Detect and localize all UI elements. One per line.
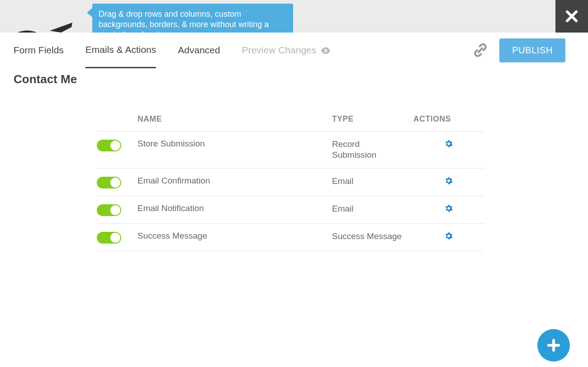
settings-button[interactable] (445, 204, 453, 214)
row-name: Success Message (138, 231, 332, 241)
tab-preview-changes-label: Preview Changes (242, 45, 317, 56)
ninja-logo (0, 0, 90, 33)
close-button[interactable] (555, 0, 588, 33)
table-row: Email Notification Email (97, 196, 484, 223)
tab-advanced[interactable]: Advanced (178, 33, 220, 67)
gear-icon (445, 204, 453, 212)
gear-icon (445, 140, 453, 148)
row-name: Store Submission (138, 139, 332, 149)
add-action-fab[interactable] (537, 329, 570, 362)
page-title: Contact Me (0, 68, 588, 86)
table-row: Success Message Success Message (97, 223, 484, 251)
link-icon (473, 42, 488, 58)
gear-icon (445, 232, 453, 240)
row-name: Email Notification (138, 203, 332, 213)
col-actions: ACTIONS (413, 114, 484, 124)
tab-emails-actions[interactable]: Emails & Actions (85, 33, 156, 68)
row-type: Email (332, 203, 404, 214)
toggle[interactable] (97, 140, 121, 151)
eye-icon (321, 47, 331, 54)
plus-icon (547, 339, 560, 352)
tab-form-fields[interactable]: Form Fields (14, 33, 64, 67)
table-row: Email Confirmation Email (97, 168, 484, 196)
link-button[interactable] (471, 41, 489, 59)
row-type: Record Submission (332, 139, 404, 161)
actions-table: NAME TYPE ACTIONS Store Submission Recor… (97, 114, 484, 251)
table-header: NAME TYPE ACTIONS (97, 114, 484, 131)
svg-point-7 (325, 50, 327, 52)
row-type: Success Message (332, 231, 404, 242)
settings-button[interactable] (445, 232, 453, 242)
tab-right-actions: PUBLISH (471, 33, 565, 68)
toggle[interactable] (97, 177, 121, 188)
table-row: Store Submission Record Submission (97, 131, 484, 168)
col-name: NAME (138, 114, 332, 124)
topbar: Drag & drop rows and columns, custom bac… (0, 0, 588, 33)
settings-button[interactable] (445, 177, 453, 187)
toggle[interactable] (97, 204, 121, 216)
tab-row: Form Fields Emails & Actions Advanced Pr… (0, 33, 588, 68)
publish-button[interactable]: PUBLISH (499, 38, 565, 62)
tab-preview-changes[interactable]: Preview Changes (242, 33, 331, 67)
gear-icon (445, 177, 453, 185)
row-name: Email Confirmation (138, 176, 332, 186)
row-type: Email (332, 176, 404, 187)
settings-button[interactable] (445, 140, 453, 150)
toggle[interactable] (97, 232, 121, 244)
close-icon (565, 9, 579, 23)
col-type: TYPE (332, 114, 413, 124)
